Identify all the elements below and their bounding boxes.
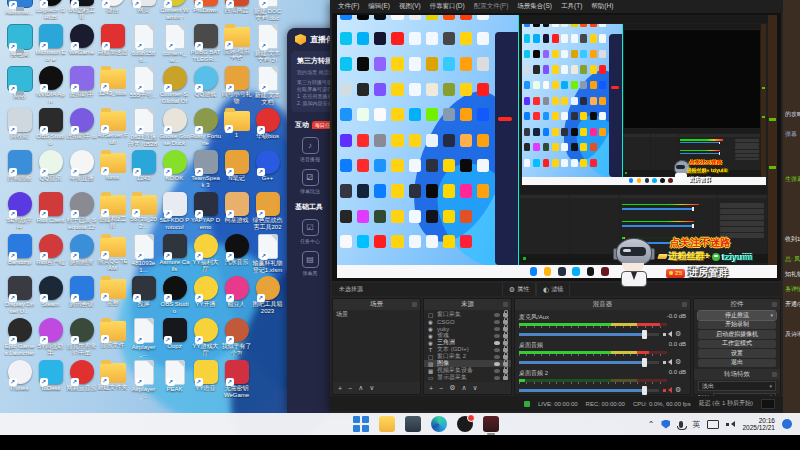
source-item[interactable]: ▭显示器采集 — [424, 374, 511, 381]
visibility-eye-icon[interactable] — [494, 355, 500, 359]
desktop-icon[interactable]: ↗1243 — [128, 150, 159, 192]
desktop-icon[interactable]: ↗Riot客户端 — [35, 234, 66, 276]
control-button[interactable]: 停止推流▾ — [698, 311, 776, 320]
source-item[interactable]: ◉CSGO — [424, 318, 511, 325]
desktop-icon[interactable]: ↗YY语音 — [190, 360, 221, 402]
desktop-icon[interactable]: ↗PUBG BATTLEGR... — [190, 24, 221, 66]
menu-item[interactable]: 帮助(H) — [591, 2, 613, 11]
desktop-icon[interactable]: ↗西瓜网盘 — [221, 0, 252, 24]
sources-tool-button[interactable]: ⚙ — [449, 384, 455, 392]
menu-item[interactable]: 编辑(E) — [368, 2, 390, 11]
desktop-icon[interactable]: ↗Riot Client — [35, 192, 66, 234]
desktop-icon[interactable]: ↗YY开播 — [190, 276, 221, 318]
desktop-icon[interactable]: ↗WeGame — [66, 24, 97, 66]
desktop-icon[interactable]: ↗Display Driver U... — [4, 276, 35, 318]
lock-icon[interactable] — [503, 341, 508, 345]
visibility-eye-icon[interactable] — [494, 376, 500, 380]
visibility-eye-icon[interactable] — [494, 334, 500, 338]
speaker-icon[interactable] — [663, 358, 671, 366]
visibility-eye-icon[interactable] — [494, 341, 500, 345]
desktop-icon[interactable]: ↗控制面板 — [4, 150, 35, 192]
control-button[interactable]: 开始录制 — [698, 321, 776, 330]
live-companion-taskbar-icon[interactable] — [483, 416, 499, 432]
menu-item[interactable]: 视图(V) — [399, 2, 421, 11]
desktop-icon[interactable]: ↗5Y四弦助手 — [35, 318, 66, 360]
desktop-icon[interactable]: ↗Administ... — [4, 0, 35, 24]
desktop-icon[interactable]: ↗换电脑 — [4, 24, 35, 66]
desktop-icon[interactable]: ↗投屏 — [128, 276, 159, 318]
desktop-icon[interactable]: ↗YY福利大厅 — [190, 234, 221, 276]
menu-item[interactable]: 场景集合(S) — [517, 2, 552, 11]
mixer-header[interactable]: 混音器 — [515, 299, 690, 310]
desktop-icon[interactable]: ↗Bandizip — [4, 234, 35, 276]
desktop-icon[interactable]: ↗content_w... — [159, 24, 190, 66]
visibility-eye-icon[interactable] — [494, 327, 500, 331]
chevron-down-icon[interactable]: ▾ — [770, 312, 773, 318]
desktop-icon[interactable]: ↗OBS Studio — [159, 276, 190, 318]
desktop-icon[interactable]: ↗网易云音乐 — [66, 360, 97, 402]
lock-icon[interactable] — [503, 369, 508, 373]
companion-tool-item[interactable]: ♪语音播报 — [293, 137, 327, 162]
desktop-icon[interactable]: ↗56739_202... — [128, 192, 159, 234]
desktop-icon[interactable]: ↗555子号... — [128, 66, 159, 108]
source-item[interactable]: □窗口采集 — [424, 311, 511, 318]
desktop-icon[interactable]: ↗糖豆人 — [221, 276, 252, 318]
desktop-icon[interactable]: ↗OBS Studio — [35, 108, 66, 150]
desktop-icon[interactable]: ↗驱动精灵 — [66, 234, 97, 276]
desktop-icon[interactable]: ↗YY游戏大厅 — [190, 318, 221, 360]
visibility-eye-icon[interactable] — [494, 320, 500, 324]
desktop-icon[interactable]: ↗N笔记 — [221, 150, 252, 192]
desktop-icon[interactable]: ↗5E对战平台 — [4, 192, 35, 234]
desktop-icon[interactable]: ↗无需密钥 WeGame版 — [221, 360, 252, 402]
muted-speaker-icon[interactable] — [663, 386, 671, 394]
desktop-icon[interactable]: ↗新建文件夹 — [97, 360, 128, 402]
desktop-icon[interactable]: ↗图吧工具箱 2023 — [252, 276, 283, 318]
desktop-icon[interactable]: ↗星际-模拟方式 — [221, 24, 252, 66]
desktop-icon[interactable]: ↗Logitech G HUB — [35, 0, 66, 24]
desktop-icon[interactable]: ↗虚拟助手 iu — [66, 108, 97, 150]
desktop-icon[interactable]: ↗fonts — [97, 150, 128, 192]
companion-tool-item[interactable]: ▤弹幕秀 — [293, 251, 327, 276]
desktop-icon[interactable]: ↗桓子已装 Sequoia 12 — [66, 192, 97, 234]
desktop-icon[interactable]: ↗华硕bios — [252, 108, 283, 150]
menu-item[interactable]: 工具(T) — [561, 2, 582, 11]
desktop-icon[interactable]: ↗Content Warning — [159, 0, 190, 24]
desktop-icon[interactable]: ↗拉瓦世界常驻千单 — [66, 318, 97, 360]
desktop-icon[interactable]: ↗UU远程工具 — [66, 0, 97, 24]
volume-slider-handle[interactable] — [642, 358, 647, 367]
desktop-icon[interactable]: ↗iTunes — [4, 360, 35, 402]
track-settings-gear-icon[interactable]: ⚙ — [675, 358, 681, 366]
clock[interactable]: 20:16 2025/12/21 — [742, 417, 775, 432]
edge-icon[interactable] — [431, 416, 447, 432]
desktop-icon[interactable]: ↗Microsoft Edge — [35, 24, 66, 66]
desktop-icon[interactable]: ↗我似乎有了个?! — [221, 318, 252, 360]
desktop-icon[interactable]: ↗KOOK — [159, 150, 190, 192]
visibility-eye-icon[interactable] — [494, 313, 500, 317]
desktop-icon[interactable]: ↗创建和2工具 — [97, 192, 128, 234]
desktop-icon[interactable]: ↗柯基游戏 — [221, 192, 252, 234]
scenes-tool-button[interactable]: ∧ — [358, 384, 363, 392]
visibility-eye-icon[interactable] — [494, 348, 500, 352]
desktop-icon[interactable]: ↗Steam — [35, 276, 66, 318]
microphone-tray-icon[interactable] — [679, 421, 683, 428]
controls-header[interactable]: 控件 — [694, 299, 780, 310]
volume-slider[interactable] — [519, 333, 659, 336]
lock-icon[interactable] — [503, 348, 508, 352]
desktop-icon[interactable]: ↗Airplayer_... — [128, 360, 159, 402]
control-button[interactable]: 设置 — [698, 349, 776, 358]
visibility-eye-icon[interactable] — [494, 369, 500, 373]
lock-icon[interactable] — [503, 334, 508, 338]
transition-select[interactable]: 淡出▾ — [698, 381, 776, 391]
track-settings-gear-icon[interactable]: ⚙ — [675, 330, 681, 338]
file-explorer-icon[interactable] — [379, 416, 395, 432]
security-shield-icon[interactable] — [661, 420, 670, 429]
scenes-header[interactable]: 场景 — [333, 299, 420, 310]
desktop-icon[interactable]: ↗输赢杯礼物登记1.xlsm — [252, 234, 283, 276]
lock-icon[interactable] — [503, 376, 508, 380]
desktop-icon[interactable]: ↗虚拟助手 — [66, 66, 97, 108]
lock-icon[interactable] — [503, 327, 508, 331]
desktop-icon[interactable]: ↗Airplayer_... — [128, 318, 159, 360]
lock-icon[interactable] — [503, 320, 508, 324]
control-button[interactable]: 退出 — [698, 359, 776, 368]
scenes-tool-button[interactable]: − — [348, 385, 352, 392]
